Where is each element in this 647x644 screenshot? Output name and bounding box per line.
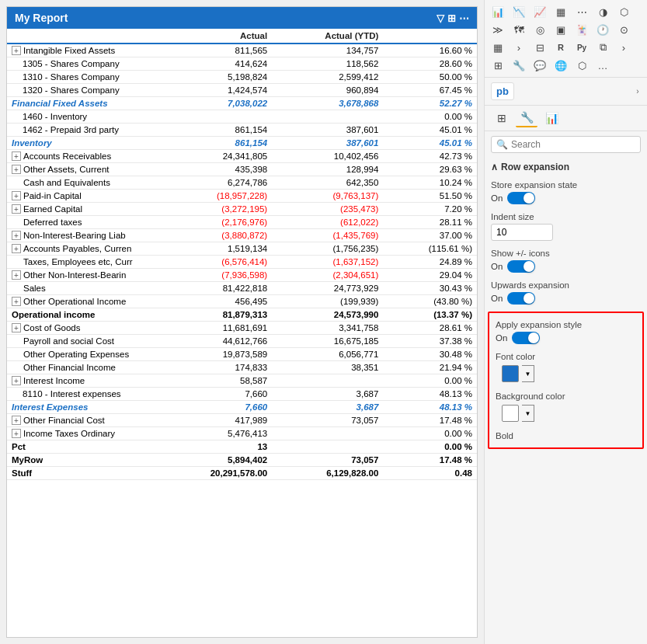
background-color-dropdown-btn[interactable]: ▼ — [522, 405, 534, 422]
row-actual: (3,880,872) — [155, 229, 272, 242]
row-label: Other Operating Expenses — [7, 348, 155, 361]
report-title-bar: My Report ▽ ⊞ ⋯ — [7, 7, 477, 29]
kpi-icon[interactable]: ▣ — [551, 21, 571, 38]
col-header-status: Status — [383, 29, 477, 44]
apply-expansion-toggle[interactable] — [512, 332, 540, 344]
show-icons-toggle[interactable] — [507, 260, 535, 273]
expand-row-icon[interactable]: + — [12, 165, 21, 174]
row-ytd: 642,350 — [272, 176, 383, 190]
table-icon[interactable]: ⊞ — [447, 12, 456, 24]
report-title-text: My Report — [15, 12, 68, 24]
more2-icon[interactable]: › — [614, 39, 634, 56]
row-actual: (18,957,228) — [155, 190, 272, 203]
expand-row-icon[interactable]: + — [12, 297, 21, 306]
expand-row-icon[interactable]: + — [12, 376, 21, 385]
row-label: 1460 - Inventory — [7, 110, 155, 124]
table-row: Interest Expenses7,6603,68748.13 % — [7, 401, 477, 414]
font-color-dropdown-btn[interactable]: ▼ — [522, 365, 534, 382]
py-icon[interactable]: Py — [572, 39, 592, 56]
map-icon[interactable]: 🗺 — [509, 21, 529, 38]
matrix-icon[interactable]: ▦ — [488, 39, 508, 56]
expand-row-icon[interactable]: + — [12, 244, 21, 253]
font-color-swatch[interactable] — [502, 365, 519, 382]
store-expansion-state-setting: Store expansion state On — [485, 176, 647, 208]
row-expansion-section-header[interactable]: ∧ Row expansion — [485, 158, 647, 176]
row-status: 0.48 — [383, 467, 477, 480]
r-icon[interactable]: R — [551, 39, 571, 56]
row-ytd: 38,351 — [272, 361, 383, 374]
expand-row-icon[interactable]: + — [12, 151, 21, 161]
expand-row-icon[interactable]: + — [12, 191, 21, 200]
expand-icon[interactable]: ≫ — [488, 21, 508, 38]
funnel-icon[interactable]: ⬡ — [614, 3, 634, 20]
analytics-btn[interactable]: 📊 — [541, 109, 562, 127]
card-icon[interactable]: 🃏 — [572, 21, 592, 38]
row-status: 52.27 % — [383, 97, 477, 110]
row-ytd: (235,473) — [272, 203, 383, 216]
expand-row-icon[interactable]: + — [12, 270, 21, 280]
expand-row-icon[interactable]: + — [12, 323, 21, 332]
table3-icon[interactable]: ⊞ — [488, 57, 508, 74]
speech-icon[interactable]: 💬 — [530, 57, 550, 74]
chevron-right-panel[interactable]: › — [509, 39, 529, 56]
store-expansion-toggle-container: On — [491, 192, 641, 204]
filter-icon[interactable]: ▽ — [437, 12, 444, 24]
table-row: 1462 - Prepaid 3rd party861,154387,60145… — [7, 124, 477, 137]
table-row: +Income Taxes Ordinary5,476,4130.00 % — [7, 427, 477, 440]
pb-row: pb › — [485, 78, 647, 106]
report-table: Actual Actual (YTD) Status +Intangible F… — [7, 29, 477, 480]
store-expansion-toggle[interactable] — [507, 192, 535, 204]
gauge-icon[interactable]: ◎ — [530, 21, 550, 38]
search-box[interactable]: 🔍 — [491, 136, 641, 153]
table-header-row: Actual Actual (YTD) Status — [7, 29, 477, 44]
clock-icon[interactable]: 🕐 — [593, 21, 613, 38]
collapse-panel-btn[interactable]: › — [631, 85, 644, 98]
row-label: Inventory — [7, 137, 155, 150]
row-status: 37.00 % — [383, 229, 477, 242]
row-status: 17.48 % — [383, 454, 477, 467]
filter2-icon[interactable]: 🔧 — [509, 57, 529, 74]
pie-chart-icon[interactable]: ◑ — [593, 3, 613, 20]
expand-row-icon[interactable]: + — [12, 204, 21, 214]
line-chart-icon[interactable]: 📈 — [530, 3, 550, 20]
row-actual: 13 — [155, 440, 272, 454]
scatter-chart-icon[interactable]: ⋯ — [572, 3, 592, 20]
table-row: Inventory861,154387,60145.01 % — [7, 137, 477, 150]
row-status: 48.13 % — [383, 401, 477, 414]
column-chart-icon[interactable]: 📉 — [509, 3, 529, 20]
row-ytd: 387,601 — [272, 137, 383, 150]
table-row: +Other Operational Income456,495(199,939… — [7, 295, 477, 308]
row-label: Deferred taxes — [7, 216, 155, 229]
row-actual — [155, 110, 272, 124]
bar-chart-icon[interactable]: 📊 — [488, 3, 508, 20]
row-actual: 6,274,786 — [155, 176, 272, 190]
grid-view-btn[interactable]: ⊞ — [491, 109, 513, 127]
row-actual: (7,936,598) — [155, 269, 272, 282]
visual-icon[interactable]: ⧉ — [593, 39, 613, 56]
expand-row-icon[interactable]: + — [12, 429, 21, 438]
expand-row-icon[interactable]: + — [12, 46, 21, 55]
table-row: Cash and Equivalents6,274,786642,35010.2… — [7, 176, 477, 190]
row-actual: 7,038,022 — [155, 97, 272, 110]
background-color-swatch[interactable] — [502, 405, 519, 422]
search-input[interactable] — [511, 139, 635, 150]
donut-icon[interactable]: ⊙ — [614, 21, 634, 38]
geo-icon[interactable]: 🌐 — [551, 57, 571, 74]
upwards-expansion-toggle[interactable] — [507, 292, 535, 305]
expand-row-icon[interactable]: + — [12, 416, 21, 425]
row-actual: 81,879,313 — [155, 308, 272, 322]
graph-icon[interactable]: ⬡ — [572, 57, 592, 74]
indent-size-input[interactable] — [491, 224, 553, 241]
row-status: (43.80 %) — [383, 295, 477, 308]
format-btn[interactable]: 🔧 — [516, 109, 537, 127]
ellipsis-icon[interactable]: … — [593, 57, 613, 74]
table2-icon[interactable]: ⊟ — [530, 39, 550, 56]
row-ytd: (1,435,769) — [272, 229, 383, 242]
row-status: 30.43 % — [383, 282, 477, 295]
expand-row-icon[interactable]: + — [12, 231, 21, 240]
row-actual: 44,612,766 — [155, 335, 272, 348]
more-icon[interactable]: ⋯ — [459, 12, 469, 24]
area-chart-icon[interactable]: ▦ — [551, 3, 571, 20]
table-row: 8110 - Interest expenses7,6603,68748.13 … — [7, 388, 477, 401]
indent-size-setting: Indent size — [485, 208, 647, 245]
